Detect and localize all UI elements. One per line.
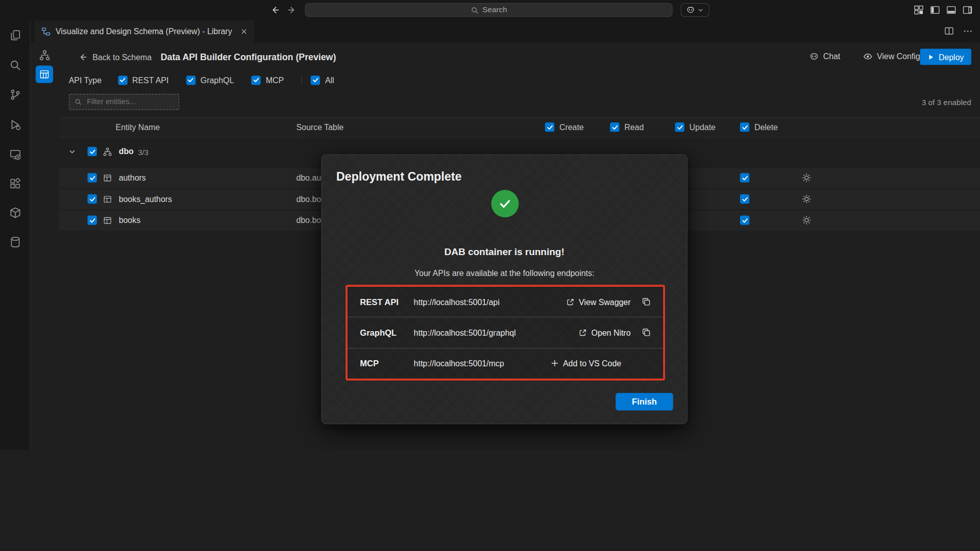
database-projects-icon[interactable] [8,205,22,220]
checkbox-row[interactable] [87,215,96,224]
row-settings-gear-icon[interactable] [802,173,811,182]
api-type-option-rest[interactable]: REST API [118,76,169,85]
table-icon [103,195,112,204]
dialog-title: Deployment Complete [336,170,462,184]
chevron-down-icon [698,7,704,13]
run-debug-icon[interactable] [8,117,22,132]
endpoint-url: http://localhost:5001/graphql [414,328,579,337]
editor-tab-label: Visualize and Design Schema (Preview) - … [56,27,232,36]
source-control-icon[interactable] [8,87,22,102]
graphql-label: GraphQL [201,76,234,85]
search-icon [75,98,82,106]
entity-table-header: Entity Name Source Table Create Read Upd… [59,117,980,137]
divider [301,75,302,85]
checkbox-row[interactable] [87,194,96,204]
eye-icon [863,52,872,61]
close-icon[interactable] [241,28,248,35]
back-to-schema-label: Back to Schema [92,53,152,62]
checkbox-update-all[interactable] [675,122,684,132]
more-actions-icon[interactable]: ⋯ [963,28,972,34]
api-type-option-graphql[interactable]: GraphQL [186,76,234,85]
table-icon [103,173,112,182]
filter-entities-input[interactable] [86,97,169,107]
dab-config-view-button[interactable] [36,66,53,83]
endpoint-label: GraphQL [360,328,413,337]
vscode-window: Search [0,0,980,450]
schema-diagram-view-button[interactable] [37,47,52,62]
nav-back-icon[interactable] [270,5,280,15]
copy-icon[interactable] [642,328,651,337]
entity-name: authors [119,173,146,182]
entity-name: books_authors [119,194,172,204]
checkbox-delete[interactable] [740,194,749,204]
filter-entities-box[interactable] [69,94,180,110]
checkbox-delete-all[interactable] [740,122,749,132]
checkbox-mcp[interactable] [252,76,261,85]
view-swagger-link[interactable]: View Swagger [567,297,631,306]
endpoint-row-mcp: MCP http://localhost:5001/mcp Add to VS … [348,348,663,379]
editor-tab-schema-designer[interactable]: Visualize and Design Schema (Preview) - … [34,20,254,42]
view-config-button[interactable]: View Config [863,52,920,61]
endpoint-action-label: Add to VS Code [563,359,621,368]
back-to-schema-link[interactable]: Back to Schema [78,53,152,62]
extensions-icon[interactable] [8,176,22,191]
column-create: Create [559,122,584,132]
copilot-icon [686,6,695,14]
finish-button[interactable]: Finish [616,393,673,410]
split-editor-icon[interactable] [944,26,953,35]
checkbox-create-all[interactable] [545,122,554,132]
open-nitro-link[interactable]: Open Nitro [579,328,630,337]
copy-icon[interactable] [642,297,651,306]
deploy-button[interactable]: Deploy [920,49,971,65]
checkbox-all[interactable] [311,76,320,85]
external-link-icon [567,298,575,306]
arrow-left-icon [78,53,87,62]
remote-explorer-icon[interactable] [8,147,22,162]
checkbox-rest-api[interactable] [118,76,127,85]
copilot-menu-button[interactable] [680,3,709,17]
group-count: 3/3 [138,148,149,157]
column-update: Update [690,122,716,132]
sql-database-icon[interactable] [8,234,22,249]
chevron-down-icon[interactable] [68,147,76,156]
success-check-icon [491,190,519,217]
dialog-subtitle: Your APIs are available at the following… [322,269,687,278]
command-center-search[interactable]: Search [305,3,673,17]
column-entity-name: Entity Name [116,122,160,132]
api-type-option-all[interactable]: All [311,76,334,85]
toggle-panel-icon[interactable] [946,5,957,15]
all-label: All [325,76,334,85]
group-name: dbo [119,147,134,156]
toggle-sidebar-icon[interactable] [930,5,940,15]
page-title: Data API Builder Configuration (Preview) [161,52,336,62]
toggle-secondary-sidebar-icon[interactable] [963,5,973,15]
endpoint-url: http://localhost:5001/mcp [414,359,551,368]
schema-designer-tab-icon [41,27,51,36]
endpoint-url: http://localhost:5001/api [414,297,567,306]
search-view-icon[interactable] [8,58,22,72]
row-settings-gear-icon[interactable] [802,215,811,224]
checkbox-delete[interactable] [740,173,749,182]
checkbox-graphql[interactable] [186,76,195,85]
chat-button[interactable]: Chat [810,52,841,61]
nav-forward-icon[interactable] [287,5,297,15]
explorer-icon[interactable] [8,28,22,42]
dialog-status-message: DAB container is running! [322,246,687,257]
add-to-vscode-link[interactable]: Add to VS Code [550,359,621,368]
enabled-count: 3 of 3 enabled [922,98,971,107]
checkbox-row[interactable] [87,173,96,182]
row-settings-gear-icon[interactable] [802,194,811,204]
checkbox-group-dbo[interactable] [87,147,96,156]
endpoints-highlight-box: REST API http://localhost:5001/api View … [346,285,665,380]
column-read: Read [624,122,644,132]
api-type-option-mcp[interactable]: MCP [252,76,284,85]
endpoint-label: REST API [360,297,413,306]
copilot-chat-icon [810,52,819,61]
checkbox-delete[interactable] [740,215,749,224]
checkbox-read-all[interactable] [610,122,619,132]
customize-layout-icon[interactable] [914,5,924,15]
api-type-label: API Type [69,76,102,85]
play-icon [927,54,934,60]
schema-hierarchy-icon [103,147,112,156]
mcp-label: MCP [266,76,284,85]
